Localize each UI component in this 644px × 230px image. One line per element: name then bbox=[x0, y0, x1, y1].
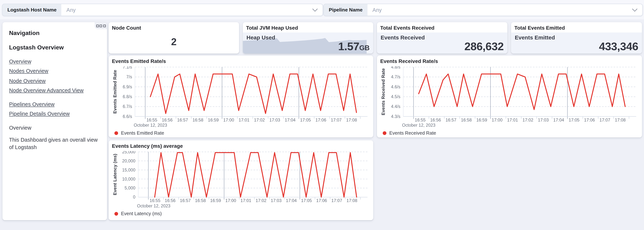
svg-text:17:03: 17:03 bbox=[271, 198, 282, 203]
svg-text:4.5/s: 4.5/s bbox=[391, 94, 400, 99]
heap-used-value: 1.57GB bbox=[338, 41, 370, 52]
svg-text:16:58: 16:58 bbox=[461, 118, 472, 122]
navigation-links-group-1: Overview Nodes Overview Node Overview No… bbox=[9, 58, 100, 94]
total-events-received-panel: Total Events Received Events Received 28… bbox=[377, 22, 508, 54]
svg-text:17:03: 17:03 bbox=[538, 118, 549, 122]
svg-text:7/s: 7/s bbox=[126, 74, 132, 79]
svg-text:Event Latency (ms): Event Latency (ms) bbox=[112, 154, 118, 195]
svg-text:10,000: 10,000 bbox=[122, 177, 135, 182]
svg-text:17:05: 17:05 bbox=[300, 118, 311, 122]
svg-text:17:01: 17:01 bbox=[240, 198, 251, 203]
svg-text:16:59: 16:59 bbox=[208, 118, 219, 122]
svg-text:17:08: 17:08 bbox=[346, 118, 357, 122]
svg-text:17:00: 17:00 bbox=[225, 198, 236, 203]
boxes-horizontal-icon bbox=[100, 24, 102, 27]
svg-text:Events Received Rate: Events Received Rate bbox=[381, 68, 386, 115]
svg-text:17:00: 17:00 bbox=[223, 118, 234, 122]
navigation-panel: Navigation Logstash Overview Overview No… bbox=[2, 22, 107, 220]
svg-text:17:04: 17:04 bbox=[553, 118, 564, 122]
svg-text:17:00: 17:00 bbox=[492, 118, 502, 122]
nav-link-overview[interactable]: Overview bbox=[9, 58, 100, 65]
svg-text:17:04: 17:04 bbox=[286, 198, 297, 203]
logstash-host-name-filter-label: Logstash Host Name bbox=[2, 4, 62, 16]
navigation-section-title: Logstash Overview bbox=[9, 44, 100, 51]
chart-legend[interactable]: Event Latency (ms) bbox=[114, 211, 373, 216]
pipeline-name-filter-value: Any bbox=[368, 4, 633, 16]
svg-text:17:02: 17:02 bbox=[256, 198, 266, 203]
jvm-heap-metric-tile: Heap Used 1.57GB bbox=[243, 32, 373, 54]
events-received-label: Events Received bbox=[381, 35, 425, 41]
svg-text:17:07: 17:07 bbox=[332, 198, 342, 203]
svg-text:4.6/s: 4.6/s bbox=[391, 84, 400, 89]
svg-text:6.8/s: 6.8/s bbox=[123, 94, 132, 99]
svg-text:16:57: 16:57 bbox=[180, 198, 191, 203]
events-emitted-rate-chart-panel: Events Emitted Rate/s 6.6/s6.7/s6.8/s6.9… bbox=[109, 56, 373, 138]
panel-title: Node Count bbox=[109, 22, 239, 32]
pipeline-name-filter[interactable]: Pipeline Name Any bbox=[324, 4, 643, 16]
events-latency-chart-panel: Events Latency (ms) average 05,00010,000… bbox=[109, 140, 373, 220]
events-emitted-metric-tile: Events Emitted 433,346 bbox=[511, 32, 642, 54]
legend-dot-icon bbox=[114, 212, 118, 215]
total-jvm-heap-used-panel: Total JVM Heap Used Heap Used 1.57GB bbox=[243, 22, 373, 54]
chart-legend[interactable]: Events Received Rate bbox=[383, 130, 642, 136]
svg-text:16:58: 16:58 bbox=[195, 198, 206, 203]
legend-dot-icon bbox=[114, 131, 118, 135]
svg-text:16:56: 16:56 bbox=[162, 118, 172, 122]
chart-title: Events Received Rate/s bbox=[377, 56, 642, 66]
chart-title: Events Latency (ms) average bbox=[109, 140, 373, 151]
svg-text:17:07: 17:07 bbox=[600, 118, 610, 122]
boxes-horizontal-icon bbox=[103, 24, 106, 27]
legend-label: Event Latency (ms) bbox=[121, 211, 162, 216]
svg-text:16:55: 16:55 bbox=[415, 118, 426, 122]
svg-text:4.7/s: 4.7/s bbox=[391, 74, 400, 79]
panel-title: Total Events Received bbox=[377, 22, 508, 32]
nav-link-node-overview[interactable]: Node Overview bbox=[9, 77, 100, 84]
events-received-value: 286,632 bbox=[464, 41, 504, 52]
heap-used-number: 1.57 bbox=[338, 40, 359, 53]
panel-options-button[interactable] bbox=[94, 22, 107, 29]
nav-link-pipelines-overview[interactable]: Pipelines Overview bbox=[9, 101, 100, 108]
svg-text:0: 0 bbox=[133, 195, 135, 200]
events-latency-chart: 05,00010,00015,00020,00025,00016:5516:56… bbox=[112, 151, 370, 210]
svg-text:16:58: 16:58 bbox=[192, 118, 203, 122]
svg-text:6.7/s: 6.7/s bbox=[123, 104, 132, 109]
svg-text:17:01: 17:01 bbox=[239, 118, 250, 122]
boxes-horizontal-icon bbox=[96, 24, 98, 27]
navigation-title: Navigation bbox=[9, 30, 100, 36]
legend-dot-icon bbox=[383, 131, 386, 135]
svg-text:17:05: 17:05 bbox=[301, 198, 312, 203]
panel-title: Total Events Emitted bbox=[511, 22, 642, 32]
svg-text:October 12, 2023: October 12, 2023 bbox=[134, 123, 167, 128]
svg-text:6.6/s: 6.6/s bbox=[123, 114, 132, 119]
node-count-panel: Node Count 2 bbox=[109, 22, 239, 54]
svg-text:17:07: 17:07 bbox=[331, 118, 342, 122]
svg-text:25,000: 25,000 bbox=[122, 151, 135, 154]
svg-text:16:59: 16:59 bbox=[210, 198, 221, 203]
events-received-rate-chart-panel: Events Received Rate/s 4.3/s4.4/s4.5/s4.… bbox=[377, 56, 642, 138]
logstash-overview-dashboard: Logstash Host Name Any Pipeline Name Any… bbox=[0, 0, 644, 230]
heap-used-label: Heap Used bbox=[246, 35, 275, 41]
navigation-links-group-2: Pipelines Overview Pipeline Details Over… bbox=[9, 101, 100, 118]
logstash-host-name-filter[interactable]: Logstash Host Name Any bbox=[2, 4, 323, 16]
events-received-metric-tile: Events Received 286,632 bbox=[377, 32, 508, 54]
events-emitted-rate-chart: 6.6/s6.7/s6.8/s6.9/s7/s7.1/s16:5516:5616… bbox=[112, 66, 370, 129]
svg-text:17:08: 17:08 bbox=[346, 198, 357, 203]
panel-title: Total JVM Heap Used bbox=[243, 22, 373, 32]
svg-text:4.3/s: 4.3/s bbox=[391, 114, 400, 119]
events-emitted-value: 433,346 bbox=[599, 41, 638, 52]
navigation-description: This Dashboard gives an overall view of … bbox=[9, 136, 102, 151]
svg-text:17:02: 17:02 bbox=[254, 118, 265, 122]
svg-text:16:59: 16:59 bbox=[476, 118, 487, 122]
svg-text:17:06: 17:06 bbox=[316, 198, 327, 203]
nav-link-pipeline-details-overview[interactable]: Pipeline Details Overview bbox=[9, 110, 100, 118]
svg-text:17:05: 17:05 bbox=[569, 118, 580, 122]
svg-text:17:06: 17:06 bbox=[584, 118, 595, 122]
events-received-rate-chart: 4.3/s4.4/s4.5/s4.6/s4.7/s4.8/s16:5516:56… bbox=[380, 66, 639, 129]
svg-text:20,000: 20,000 bbox=[122, 158, 135, 163]
nav-link-nodes-overview[interactable]: Nodes Overview bbox=[9, 68, 100, 75]
nav-link-node-overview-advanced-view[interactable]: Node Overview Advanced View bbox=[9, 87, 100, 94]
chart-legend[interactable]: Events Emitted Rate bbox=[114, 130, 373, 136]
logstash-host-name-filter-value: Any bbox=[62, 4, 313, 16]
svg-text:16:55: 16:55 bbox=[150, 198, 160, 203]
svg-text:6.9/s: 6.9/s bbox=[123, 84, 132, 89]
